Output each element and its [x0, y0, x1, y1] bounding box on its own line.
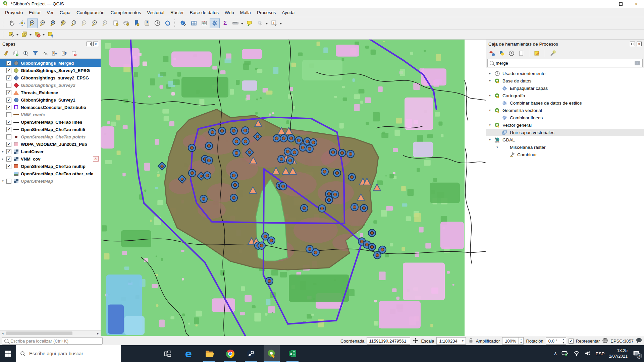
identify-features-button[interactable]: i: [178, 18, 189, 28]
scale-select[interactable]: 1:180234▼: [436, 337, 466, 345]
tree-expander-icon[interactable]: ▾: [495, 145, 499, 149]
lock-scale-icon[interactable]: [468, 338, 474, 344]
tray-volume-icon[interactable]: [584, 350, 591, 357]
toolbox-panel-float-button[interactable]: [630, 42, 635, 46]
open-layer-styling-button[interactable]: [2, 50, 10, 57]
layer-visibility-checkbox[interactable]: ✓: [6, 157, 11, 162]
log-messages-icon[interactable]: [636, 338, 642, 345]
layer-row[interactable]: ✓WDPA_WDOECM_Jun2021_Pub: [0, 140, 101, 148]
zoom-next-button[interactable]: [100, 18, 110, 28]
deselect-features-dropdown[interactable]: [43, 34, 45, 37]
menu-item-ayuda[interactable]: Ayuda: [279, 8, 298, 17]
menu-item-vectorial[interactable]: Vectorial: [144, 8, 167, 17]
layer-row[interactable]: OpenStreetMap_CheTao points: [0, 133, 101, 140]
layer-row[interactable]: VNM_roads: [0, 111, 101, 118]
minimize-button[interactable]: [598, 0, 613, 8]
menu-item-procesos[interactable]: Procesos: [254, 8, 279, 17]
layer-row[interactable]: ▸✓VNM_cov⚠: [0, 155, 101, 163]
text-annotation-button[interactable]: T: [269, 18, 279, 28]
taskbar-app-steam[interactable]: [243, 345, 259, 362]
layer-row[interactable]: OpenStreetMap_CheTao other_rela: [0, 170, 101, 177]
locator-input[interactable]: Escriba para localizar (Ctrl+K): [2, 337, 103, 345]
scroll-thumb[interactable]: [6, 331, 72, 335]
layer-visibility-checkbox[interactable]: ✓: [6, 61, 11, 66]
layer-row[interactable]: ✓Gibonnsightings_survey2_EPSG: [0, 74, 101, 81]
layer-row[interactable]: ✓OpenStreetMap_CheTao multip: [0, 163, 101, 170]
layer-visibility-checkbox[interactable]: ✓: [6, 127, 11, 132]
menu-item-raster[interactable]: Ráster: [167, 8, 187, 17]
field-calculator-button[interactable]: [199, 18, 209, 28]
select-features-by-value-dropdown[interactable]: [30, 34, 32, 37]
layer-visibility-checkbox[interactable]: ✓: [6, 90, 11, 95]
menu-item-proyecto[interactable]: Proyecto: [2, 8, 26, 17]
edit-features-in-place-button[interactable]: [533, 50, 541, 57]
toolbox-tree-item[interactable]: ▾Base de datos: [486, 77, 644, 84]
layer-expander-icon[interactable]: ▸: [1, 157, 5, 161]
tray-language[interactable]: ESP: [595, 351, 604, 356]
layer-row[interactable]: ▾OpenStreetMap: [0, 177, 101, 185]
menu-item-configuracion[interactable]: Configuración: [73, 8, 107, 17]
toolbox-tree-item[interactable]: ▸Usado recientemente: [486, 70, 644, 77]
measure-dropdown[interactable]: [241, 23, 243, 25]
processing-toolbox-button[interactable]: [210, 18, 220, 28]
layer-visibility-checkbox[interactable]: [6, 83, 11, 88]
map-tips-button[interactable]: [245, 18, 255, 28]
layers-panel-float-button[interactable]: [87, 42, 92, 46]
layer-visibility-checkbox[interactable]: [6, 134, 11, 139]
menu-item-ver[interactable]: Ver: [44, 8, 57, 17]
tray-chevron-icon[interactable]: ∧: [553, 351, 557, 357]
refresh-button[interactable]: [163, 18, 173, 28]
pan-to-selection-button[interactable]: [17, 18, 27, 28]
measure-button[interactable]: [230, 18, 240, 28]
filter-legend-button[interactable]: [32, 50, 39, 57]
toolbox-tree-item[interactable]: ▾Vector general: [486, 121, 644, 129]
scroll-left-arrow[interactable]: ◂: [0, 332, 5, 335]
toolbox-tree-item[interactable]: ▾GDALGDAL: [486, 136, 644, 143]
toolbox-tree-item[interactable]: Combinar bases de datos de estilos: [486, 99, 644, 107]
start-button[interactable]: [0, 345, 16, 362]
zoom-last-button[interactable]: [90, 18, 100, 28]
layer-expander-icon[interactable]: ▸: [1, 150, 5, 153]
pan-button[interactable]: [7, 18, 17, 28]
show-spatial-bookmarks-button[interactable]: [142, 18, 152, 28]
toolbox-tree-item[interactable]: ▾Miscelánea ráster: [486, 143, 644, 151]
layer-visibility-checkbox[interactable]: ✓: [6, 98, 11, 103]
toolbox-tree-item[interactable]: Unir capas vectoriales: [486, 129, 644, 136]
temporal-controller-button[interactable]: [152, 18, 162, 28]
map-canvas[interactable]: [101, 40, 486, 336]
attribute-table-button[interactable]: [189, 18, 199, 28]
tree-expander-icon[interactable]: ▾: [488, 94, 492, 97]
tray-clock[interactable]: 13:252/07/2021: [609, 348, 628, 359]
layer-row[interactable]: ✓GibbonSightings_Survey1_EPSG: [0, 67, 101, 74]
maximize-button[interactable]: [613, 0, 629, 8]
coordinate-input[interactable]: 11591390,2479561: [367, 337, 410, 345]
taskbar-app-edge[interactable]: e: [180, 345, 197, 362]
add-group-button[interactable]: [12, 50, 19, 57]
models-button[interactable]: [488, 50, 496, 57]
render-checkbox[interactable]: ✓: [569, 339, 574, 344]
layer-visibility-checkbox[interactable]: ✓: [6, 149, 11, 154]
layer-visibility-checkbox[interactable]: ✓: [6, 120, 11, 125]
layer-row[interactable]: ✓GibbonSightings_Merged: [0, 59, 101, 67]
remove-layer-button[interactable]: [70, 50, 78, 57]
layer-visibility-checkbox[interactable]: ✓: [6, 164, 11, 169]
tree-expander-icon[interactable]: ▸: [488, 72, 492, 75]
taskbar-search-input[interactable]: Escribe aquí para buscar: [16, 345, 121, 362]
layer-warning-icon[interactable]: ⚠: [93, 156, 99, 162]
toolbox-tree-item[interactable]: ▾Geometría vectorial: [486, 107, 644, 114]
layer-row[interactable]: ✓OpenStreetMap_CheTao lines: [0, 118, 101, 126]
menu-item-editar[interactable]: Editar: [26, 8, 44, 17]
layer-visibility-checkbox[interactable]: [6, 179, 11, 184]
new-spatial-bookmark-button[interactable]: [131, 18, 142, 28]
select-features-button[interactable]: [7, 30, 16, 39]
zoom-in-button[interactable]: [28, 18, 38, 28]
layer-visibility-checkbox[interactable]: [6, 112, 11, 117]
tray-battery-icon[interactable]: [561, 350, 569, 357]
layer-row[interactable]: GibbonSightings_Survey2: [0, 81, 101, 89]
tree-expander-icon[interactable]: ▾: [488, 123, 492, 127]
scroll-right-arrow[interactable]: ▸: [95, 332, 101, 335]
clear-search-icon[interactable]: ×: [635, 61, 640, 65]
notification-center-button[interactable]: 7: [632, 349, 641, 358]
taskbar-app-chrome[interactable]: [222, 345, 238, 362]
toolbox-search[interactable]: merge ×: [487, 59, 643, 67]
